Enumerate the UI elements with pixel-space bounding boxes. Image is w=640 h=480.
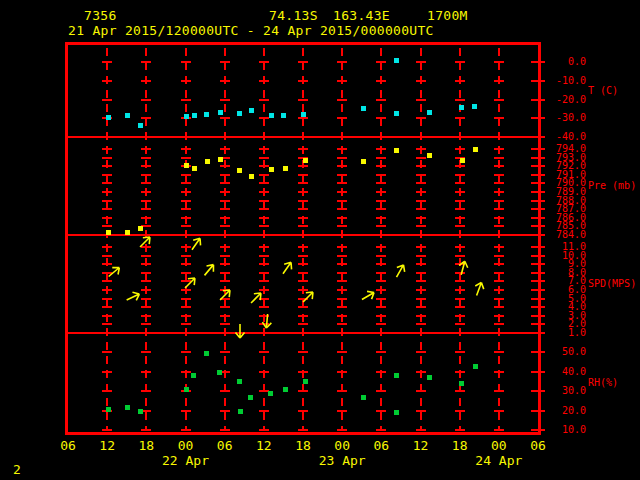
grid-tick-cross	[494, 61, 504, 63]
grid-tick-cross	[455, 200, 465, 202]
grid-tick-cross	[416, 323, 426, 325]
grid-tick-cross	[337, 225, 347, 227]
grid-tick-cross	[259, 246, 269, 248]
grid-tick-cross	[416, 208, 426, 210]
grid-tick-cross	[181, 157, 191, 159]
grid-tick-cross	[376, 99, 386, 101]
grid-tick-cross	[416, 200, 426, 202]
grid-tick-cross	[494, 272, 504, 274]
grid-tick-cross	[259, 332, 269, 334]
grid-tick-cross	[494, 80, 504, 82]
temperature-point	[472, 104, 477, 109]
y-axis-tick	[531, 217, 545, 219]
y-axis-tick	[531, 323, 545, 325]
grid-tick-cross	[337, 246, 347, 248]
grid-tick-cross	[259, 191, 269, 193]
grid-tick-cross	[376, 246, 386, 248]
grid-tick-cross	[298, 61, 308, 63]
y-axis-tick	[531, 332, 545, 334]
grid-tick-cross	[337, 272, 347, 274]
grid-tick-cross	[416, 263, 426, 265]
grid-tick-cross	[259, 148, 269, 150]
grid-tick-cross	[337, 263, 347, 265]
grid-tick-cross	[337, 174, 347, 176]
grid-tick-cross	[337, 234, 347, 236]
grid-column	[380, 48, 382, 430]
grid-tick-cross	[337, 289, 347, 291]
grid-tick-cross	[337, 80, 347, 82]
grid-tick-cross	[376, 200, 386, 202]
grid-tick-cross	[416, 174, 426, 176]
grid-tick-cross	[455, 429, 465, 431]
grid-tick-cross	[494, 323, 504, 325]
grid-tick-cross	[376, 182, 386, 184]
grid-tick-cross	[298, 429, 308, 431]
grid-tick-cross	[416, 165, 426, 167]
relative-humidity-point	[248, 395, 253, 400]
grid-tick-cross	[259, 174, 269, 176]
y-axis-tick	[531, 246, 545, 248]
grid-tick-cross	[376, 255, 386, 257]
wind-arrow	[386, 257, 413, 284]
grid-tick-cross	[416, 315, 426, 317]
grid-tick-cross	[298, 225, 308, 227]
grid-tick-cross	[416, 410, 426, 412]
pressure-point	[283, 166, 288, 171]
meteogram-screen: 7356 74.13S 163.43E 1700M 21 Apr 2015/12…	[0, 0, 640, 480]
grid-tick-cross	[494, 263, 504, 265]
grid-tick-cross	[102, 182, 112, 184]
temperature-point	[269, 113, 274, 118]
y-axis-tick	[531, 306, 545, 308]
grid-tick-cross	[141, 332, 151, 334]
grid-tick-cross	[181, 255, 191, 257]
grid-tick-cross	[337, 117, 347, 119]
grid-tick-cross	[376, 280, 386, 282]
y-axis-tick	[531, 200, 545, 202]
grid-tick-cross	[298, 280, 308, 282]
grid-tick-cross	[298, 234, 308, 236]
y-axis-tick	[531, 429, 545, 431]
grid-tick-cross	[220, 117, 230, 119]
grid-tick-cross	[337, 208, 347, 210]
temperature-point	[361, 106, 366, 111]
grid-tick-cross	[376, 165, 386, 167]
grid-tick-cross	[102, 323, 112, 325]
y-axis-title: T (C)	[588, 85, 618, 96]
relative-humidity-point	[204, 351, 209, 356]
grid-tick-cross	[141, 289, 151, 291]
y-tick-label: 0.0	[546, 56, 586, 67]
grid-tick-cross	[455, 208, 465, 210]
relative-humidity-point	[361, 395, 366, 400]
relative-humidity-point	[217, 370, 222, 375]
y-axis-tick	[531, 61, 545, 63]
grid-tick-cross	[298, 315, 308, 317]
y-axis-tick	[531, 410, 545, 412]
grid-tick-cross	[416, 234, 426, 236]
grid-tick-cross	[298, 208, 308, 210]
grid-tick-cross	[337, 148, 347, 150]
grid-tick-cross	[455, 191, 465, 193]
y-axis-tick	[531, 182, 545, 184]
wind-arrow	[230, 321, 250, 341]
grid-tick-cross	[337, 390, 347, 392]
grid-tick-cross	[376, 263, 386, 265]
pressure-point	[269, 167, 274, 172]
grid-tick-cross	[376, 306, 386, 308]
grid-tick-cross	[220, 429, 230, 431]
grid-tick-cross	[376, 225, 386, 227]
grid-tick-cross	[259, 429, 269, 431]
grid-tick-cross	[181, 217, 191, 219]
grid-tick-cross	[181, 306, 191, 308]
grid-tick-cross	[259, 117, 269, 119]
relative-humidity-point	[459, 381, 464, 386]
grid-tick-cross	[416, 99, 426, 101]
grid-tick-cross	[416, 272, 426, 274]
x-date-label: 23 Apr	[313, 453, 371, 468]
y-axis-tick	[531, 157, 545, 159]
grid-tick-cross	[416, 332, 426, 334]
temperature-point	[394, 58, 399, 63]
x-tick-label: 18	[129, 438, 163, 453]
y-axis-tick	[531, 80, 545, 82]
grid-tick-cross	[220, 208, 230, 210]
grid-tick-cross	[141, 280, 151, 282]
